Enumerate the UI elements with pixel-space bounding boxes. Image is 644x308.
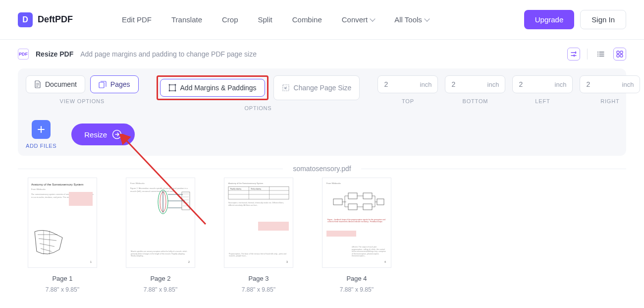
highlight-box: Add Margins & Paddings bbox=[157, 75, 268, 100]
resize-icon bbox=[282, 84, 290, 92]
diagram-icon bbox=[153, 187, 191, 217]
nav-translate[interactable]: Translate bbox=[171, 15, 202, 24]
svg-rect-4 bbox=[620, 51, 623, 54]
margin-left-input-wrap[interactable]: inch bbox=[512, 75, 573, 93]
page-number: 3 bbox=[286, 260, 288, 263]
logo-text: DeftPDF bbox=[38, 14, 73, 25]
thumbnail-page-4[interactable]: From Wikibooks Figure – feedback loops o… bbox=[322, 178, 391, 293]
margins-icon bbox=[168, 84, 176, 92]
add-margins-button[interactable]: Add Margins & Paddings bbox=[160, 79, 265, 97]
list-icon bbox=[597, 51, 605, 58]
svg-point-12 bbox=[174, 90, 176, 92]
svg-rect-24 bbox=[348, 204, 357, 210]
thumbnail-page-2[interactable]: From WikibooksFigure 2. Mammalian muscle… bbox=[126, 178, 195, 293]
document-icon bbox=[34, 80, 41, 88]
margin-unit: inch bbox=[420, 81, 432, 88]
nav-all-tools-label: All Tools bbox=[394, 15, 422, 24]
page-number: 1 bbox=[90, 260, 92, 263]
add-files-button[interactable] bbox=[32, 120, 51, 139]
margin-left-label: LEFT bbox=[512, 98, 573, 104]
document-view-button[interactable]: Document bbox=[26, 75, 85, 93]
resize-button-label: Resize bbox=[84, 130, 107, 139]
sliders-icon bbox=[570, 51, 577, 58]
svg-rect-27 bbox=[377, 199, 384, 205]
nav-convert[interactable]: Convert bbox=[342, 15, 375, 24]
thumbnail-page-1[interactable]: Anatomy of the Somatosensory System From… bbox=[28, 178, 97, 293]
separator bbox=[587, 49, 588, 60]
options-panel: Document Pages VIEW OPTIONS Add Margins … bbox=[18, 68, 626, 156]
margin-top-label: TOP bbox=[377, 98, 438, 104]
resize-button[interactable]: Resize bbox=[71, 123, 135, 145]
margin-top-input[interactable] bbox=[384, 80, 409, 88]
pages-view-label: Pages bbox=[110, 80, 130, 88]
svg-text:Rapidly adapting: Rapidly adapting bbox=[230, 188, 241, 190]
page-heading: Anatomy of the Somatosensory System bbox=[31, 183, 94, 186]
options-group: Add Margins & Paddings Change Page Size … bbox=[157, 75, 360, 111]
chevron-down-icon bbox=[424, 16, 429, 21]
sort-settings-button[interactable] bbox=[567, 48, 580, 61]
thumbnail-page-3[interactable]: Anatomy of the Somatosensory System Rapi… bbox=[224, 178, 293, 293]
page-number: 2 bbox=[188, 260, 190, 263]
nav-all-tools[interactable]: All Tools bbox=[394, 15, 429, 24]
page-preview: From WikibooksFigure 2. Mammalian muscle… bbox=[126, 178, 195, 268]
nav: Edit PDF Translate Crop Split Combine Co… bbox=[122, 15, 429, 24]
nav-split[interactable]: Split bbox=[258, 15, 272, 24]
view-toggles bbox=[567, 48, 626, 61]
thumbnail-label: Page 4 bbox=[322, 275, 391, 282]
document-view-label: Document bbox=[45, 80, 77, 88]
chevron-down-icon bbox=[370, 16, 376, 21]
logo-icon: D bbox=[18, 12, 33, 27]
svg-rect-25 bbox=[363, 193, 372, 199]
grid-view-button[interactable] bbox=[613, 48, 626, 61]
flowchart-icon bbox=[331, 189, 386, 217]
margin-bottom-input[interactable] bbox=[451, 80, 476, 88]
nav-crop[interactable]: Crop bbox=[222, 15, 238, 24]
nav-edit-pdf[interactable]: Edit PDF bbox=[122, 15, 152, 24]
pdf-icon: PDF bbox=[18, 49, 29, 60]
list-view-button[interactable] bbox=[594, 48, 607, 61]
svg-rect-22 bbox=[333, 199, 342, 205]
margin-unit: inch bbox=[622, 81, 634, 88]
file-name: somatosensory.pdf bbox=[283, 165, 361, 173]
margin-bottom-label: BOTTOM bbox=[445, 98, 505, 104]
page-preview: Anatomy of the Somatosensory System Rapi… bbox=[224, 178, 293, 268]
diagram-icon bbox=[33, 228, 67, 259]
view-options-group: Document Pages VIEW OPTIONS bbox=[26, 75, 139, 104]
pages-view-button[interactable]: Pages bbox=[90, 75, 139, 93]
plus-icon bbox=[37, 125, 46, 134]
options-label: OPTIONS bbox=[157, 105, 360, 111]
sign-in-button[interactable]: Sign In bbox=[580, 10, 626, 29]
svg-point-2 bbox=[597, 56, 598, 57]
svg-rect-3 bbox=[617, 51, 619, 54]
svg-point-0 bbox=[597, 52, 598, 53]
thumbnail-dim: 7.88'' x 9.85'' bbox=[224, 286, 293, 293]
page-subtitle: Add page margins and padding to change P… bbox=[80, 50, 257, 58]
margin-bottom-input-wrap[interactable]: inch bbox=[445, 75, 505, 93]
thumbnail-dim: 7.88'' x 9.85'' bbox=[28, 286, 97, 293]
thumbnail-label: Page 3 bbox=[224, 275, 293, 282]
header: D DeftPDF Edit PDF Translate Crop Split … bbox=[0, 0, 644, 40]
svg-rect-26 bbox=[363, 204, 372, 210]
logo[interactable]: D DeftPDF bbox=[18, 12, 107, 27]
margin-right-input-wrap[interactable]: inch bbox=[580, 75, 640, 93]
nav-combine[interactable]: Combine bbox=[292, 15, 322, 24]
add-margins-label: Add Margins & Paddings bbox=[180, 84, 257, 92]
margin-left-input[interactable] bbox=[519, 80, 543, 88]
svg-point-9 bbox=[168, 84, 170, 86]
margin-right-label: RIGHT bbox=[580, 98, 640, 104]
page-thumbnails: Anatomy of the Somatosensory System From… bbox=[0, 178, 644, 293]
thumbnail-label: Page 2 bbox=[126, 275, 195, 282]
svg-rect-23 bbox=[348, 193, 357, 199]
add-files-group: ADD FILES bbox=[26, 120, 56, 149]
title-row: PDF Resize PDF Add page margins and padd… bbox=[0, 40, 644, 68]
change-page-size-button[interactable]: Change Page Size bbox=[273, 75, 360, 100]
svg-point-11 bbox=[168, 90, 170, 92]
page-title: Resize PDF bbox=[36, 50, 73, 58]
thumbnail-dim: 7.88'' x 9.85'' bbox=[126, 286, 195, 293]
view-options-label: VIEW OPTIONS bbox=[26, 98, 139, 104]
margin-top-input-wrap[interactable]: inch bbox=[377, 75, 438, 93]
margin-right-input[interactable] bbox=[586, 80, 611, 88]
svg-rect-7 bbox=[99, 82, 104, 88]
upgrade-button[interactable]: Upgrade bbox=[524, 10, 575, 29]
pages-icon bbox=[99, 81, 107, 88]
